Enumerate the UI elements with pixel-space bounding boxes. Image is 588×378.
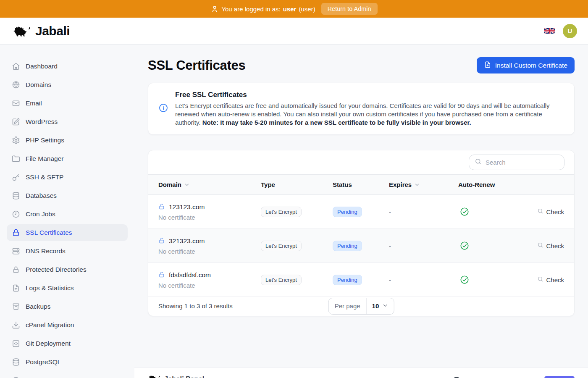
per-page-select[interactable]: Per page 10 [328, 298, 394, 315]
expires-value: - [389, 208, 458, 215]
domain-name: 123123.com [169, 203, 205, 211]
search-box[interactable] [469, 155, 564, 170]
check-label: Check [546, 208, 564, 215]
lock-icon [12, 228, 20, 237]
sidebar-item-email[interactable]: Email [7, 95, 128, 112]
logged-in-message: You are logged in as: user (user) [210, 5, 315, 13]
check-button[interactable]: Check [537, 208, 564, 215]
sidebar-item-label: Cron Jobs [26, 210, 55, 218]
expires-value: - [389, 242, 458, 249]
sidebar-item-label: Protected Directories [26, 266, 87, 273]
sidebar-item-label: SSL Certificates [26, 229, 72, 236]
logged-in-prefix: You are logged in as: [221, 5, 280, 13]
auto-renew-check-icon [458, 241, 526, 250]
clock-icon [12, 210, 20, 218]
status-badge: Pending [333, 241, 362, 251]
sidebar-item-label: cPanel Migration [26, 321, 74, 329]
results-summary: Showing 1 to 3 of 3 results [158, 302, 233, 310]
page-title: SSL Certificates [148, 58, 245, 73]
sidebar-item-git-deployment[interactable]: Git Deployment [7, 335, 128, 352]
per-page-value: 10 [372, 302, 379, 310]
sidebar-item-wordpress[interactable]: WordPress [7, 113, 128, 130]
sidebar-item-cron-jobs[interactable]: Cron Jobs [7, 206, 128, 223]
chevron-down-icon [414, 182, 420, 188]
page-footer: Jabali Panel GitHub — © 2026 Jabali v0.9… [134, 367, 588, 378]
sidebar-item-php-settings[interactable]: PHP Settings [7, 132, 128, 149]
server-icon [12, 247, 20, 255]
download-icon [12, 321, 20, 329]
domain-name: 321323.com [169, 237, 205, 245]
sidebar-item-postgresql[interactable]: PostgreSQL [7, 354, 128, 370]
brand-name: Jabali [35, 24, 70, 38]
install-custom-certificate-button[interactable]: Install Custom Certificate [477, 57, 575, 74]
table-row: fdsfsdfdsf.com No certificate Let's Encr… [148, 263, 574, 297]
type-badge: Let's Encrypt [261, 275, 302, 285]
sidebar-item-logs-statistics[interactable]: Logs & Statistics [7, 280, 128, 297]
sidebar-item-label: SSH & SFTP [26, 173, 63, 181]
check-label: Check [546, 276, 564, 284]
sidebar-item-cpanel-migration[interactable]: cPanel Migration [7, 317, 128, 333]
circle-icon [12, 376, 20, 378]
domain-name: fdsfsdfdsf.com [169, 271, 211, 279]
info-box-title: Free SSL Certificates [175, 91, 564, 99]
certificate-status: No certificate [158, 282, 261, 289]
sidebar-item-domains[interactable]: Domains [7, 76, 128, 93]
table-row: 321323.com No certificate Let's Encrypt … [148, 229, 574, 263]
column-header-status: Status [333, 181, 389, 188]
edit-icon [12, 118, 20, 126]
folder-icon [12, 155, 20, 163]
database-icon [12, 358, 20, 366]
sidebar-item-label: PostgreSQL [26, 358, 61, 366]
sidebar-item-clipped[interactable] [7, 372, 128, 378]
status-badge: Pending [333, 207, 362, 217]
column-header-auto-renew: Auto-Renew [458, 181, 526, 188]
info-box-note: Note: It may take 5-20 minutes for a new… [202, 119, 471, 126]
column-label: Domain [158, 181, 181, 188]
unlock-icon [158, 271, 165, 280]
sidebar-item-protected-directories[interactable]: Protected Directories [7, 261, 128, 278]
key-icon [12, 173, 20, 181]
main-content: SSL Certificates Install Custom Certific… [134, 45, 588, 367]
column-label: Expires [389, 181, 412, 188]
sidebar-item-databases[interactable]: Databases [7, 187, 128, 204]
database-icon [12, 192, 20, 200]
return-to-admin-button[interactable]: Return to Admin [321, 3, 378, 15]
sidebar-item-backups[interactable]: Backups [7, 298, 128, 315]
sidebar-item-label: WordPress [26, 118, 58, 126]
chevron-down-icon [382, 302, 388, 310]
language-flag-icon[interactable] [544, 27, 555, 34]
sidebar-item-label: Dashboard [26, 63, 58, 70]
sidebar-item-ssl-certificates[interactable]: SSL Certificates [7, 224, 128, 241]
logged-in-username: user [283, 5, 297, 13]
column-label: Status [333, 181, 352, 188]
search-icon [537, 242, 543, 249]
sidebar-item-dashboard[interactable]: Dashboard [7, 58, 128, 75]
check-button[interactable]: Check [537, 276, 564, 284]
install-button-label: Install Custom Certificate [495, 62, 567, 69]
unlock-icon [158, 203, 165, 212]
search-input[interactable] [486, 159, 569, 166]
brand-logo: Jabali [13, 24, 70, 39]
table-pagination: Showing 1 to 3 of 3 results Per page 10 [148, 297, 574, 316]
free-ssl-info-box: Free SSL Certificates Let's Encrypt cert… [148, 83, 575, 135]
sidebar-item-label: Logs & Statistics [26, 284, 74, 292]
user-avatar[interactable]: U [563, 24, 577, 38]
info-box-text: Let's Encrypt certificates are free and … [175, 102, 564, 127]
column-header-domain[interactable]: Domain [158, 181, 261, 188]
certificates-table-card: Domain Type Status Expires Auto-Renew [148, 150, 575, 316]
type-badge: Let's Encrypt [261, 207, 302, 217]
column-label: Type [261, 181, 275, 188]
column-header-expires[interactable]: Expires [389, 181, 458, 188]
sidebar-item-label: Email [26, 100, 42, 107]
sidebar-item-dns-records[interactable]: DNS Records [7, 243, 128, 260]
info-icon [158, 103, 168, 115]
file-plus-icon [484, 61, 491, 70]
check-button[interactable]: Check [537, 242, 564, 249]
sidebar-item-ssh-sftp[interactable]: SSH & SFTP [7, 169, 128, 186]
github-link[interactable]: GitHub [453, 377, 482, 378]
version-badge: v0.9-rc42 [544, 376, 575, 378]
sidebar-item-label: Databases [26, 192, 57, 200]
footer-brand-name: Jabali Panel [164, 375, 204, 378]
sidebar-item-file-manager[interactable]: File Manager [7, 150, 128, 167]
table-row: 123123.com No certificate Let's Encrypt … [148, 195, 574, 229]
